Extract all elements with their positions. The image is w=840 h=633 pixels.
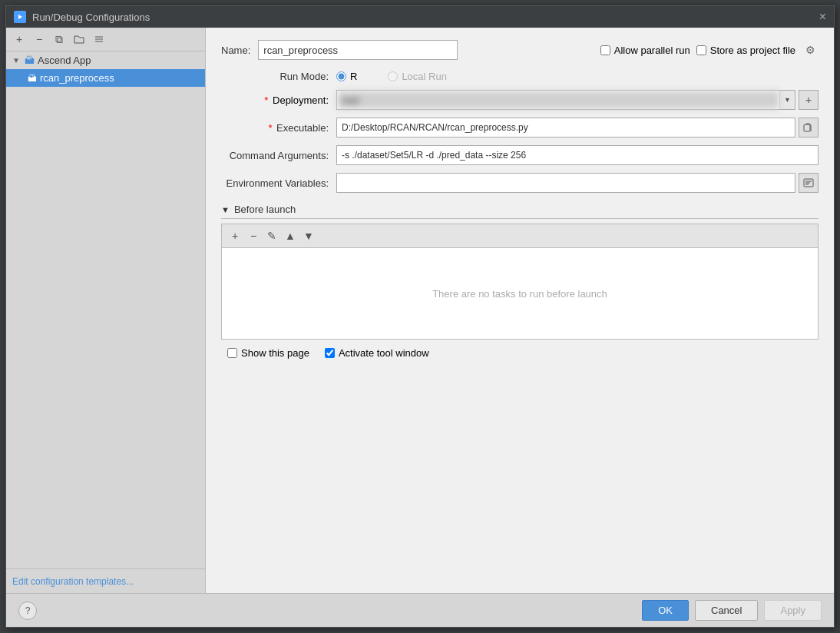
executable-label: * Executable: — [221, 122, 336, 134]
title-bar: Run/Debug Configurations × — [6, 6, 834, 28]
executable-row: * Executable: — [221, 118, 819, 138]
before-launch-toolbar: + − ✎ ▲ ▼ — [221, 224, 819, 247]
tree-area: ▼ 🏔 Ascend App 🏔 rcan_preprocess — [6, 51, 205, 568]
deployment-input[interactable] — [337, 91, 779, 109]
executable-browse-button[interactable] — [799, 118, 819, 138]
footer-right: OK Cancel Apply — [642, 600, 822, 621]
folder-config-button[interactable] — [71, 31, 88, 48]
env-vars-input-area — [336, 173, 819, 193]
run-debug-configurations-dialog: Run/Debug Configurations × + − ⧉ — [5, 5, 835, 628]
command-args-row: Command Arguments: — [221, 145, 819, 165]
allow-parallel-run-label: Allow parallel run — [614, 45, 690, 56]
deployment-required-star: * — [264, 94, 268, 106]
executable-input-area — [336, 118, 819, 138]
gear-button[interactable]: ⚙ — [802, 41, 819, 58]
before-launch-area: There are no tasks to run before launch — [221, 247, 819, 340]
remove-config-button[interactable]: − — [31, 31, 48, 48]
no-tasks-text: There are no tasks to run before launch — [432, 288, 607, 300]
tree-item-label: rcan_preprocess — [40, 72, 199, 84]
footer-left: ? — [18, 602, 37, 620]
env-vars-browse-button[interactable] — [799, 173, 819, 193]
allow-parallel-run-input[interactable] — [600, 45, 610, 55]
executable-input[interactable] — [336, 118, 795, 138]
deployment-input-area: ▼ + — [336, 90, 819, 110]
help-button[interactable]: ? — [18, 602, 37, 620]
command-args-input-area — [336, 145, 819, 165]
executable-label-text: Executable: — [276, 122, 329, 134]
before-launch-arrow[interactable]: ▼ — [221, 205, 230, 214]
tree-group-ascend-app[interactable]: ▼ 🏔 Ascend App — [6, 51, 205, 69]
bottom-checkboxes: Show this page Activate tool window — [221, 347, 819, 359]
env-vars-input[interactable] — [336, 173, 795, 193]
run-mode-r-option[interactable]: R — [336, 71, 357, 82]
activate-tool-window-checkbox[interactable]: Activate tool window — [325, 347, 429, 359]
name-row-left: Name: — [221, 40, 398, 60]
run-mode-label: Run Mode: — [221, 71, 336, 82]
tree-group-label: Ascend App — [38, 55, 199, 66]
deployment-dropdown-button[interactable]: ▼ — [779, 91, 795, 109]
sidebar-bottom: Edit configuration templates... — [6, 568, 205, 593]
run-mode-local-run-option[interactable]: Local Run — [388, 71, 447, 82]
before-launch-down-button[interactable]: ▼ — [300, 227, 317, 244]
add-config-button[interactable]: + — [11, 31, 28, 48]
rcan-preprocess-icon: 🏔 — [28, 73, 37, 84]
allow-parallel-run-checkbox[interactable]: Allow parallel run — [600, 45, 690, 56]
cancel-button[interactable]: Cancel — [695, 600, 758, 621]
before-launch-title: Before launch — [234, 204, 296, 215]
main-panel: Name: Allow parallel run Store as projec… — [206, 28, 834, 593]
env-vars-label: Environment Variables: — [221, 177, 336, 189]
store-as-project-file-checkbox[interactable]: Store as project file — [696, 45, 795, 56]
sort-config-button[interactable] — [91, 31, 107, 48]
dialog-footer: ? OK Cancel Apply — [6, 593, 834, 627]
run-mode-radio-group: R Local Run — [336, 71, 819, 82]
name-label: Name: — [221, 45, 250, 56]
before-launch-edit-button[interactable]: ✎ — [263, 227, 280, 244]
before-launch-remove-button[interactable]: − — [245, 227, 262, 244]
deployment-label-text: Deployment: — [273, 94, 329, 106]
activate-tool-window-input[interactable] — [325, 348, 335, 358]
deployment-label: * Deployment: — [221, 94, 336, 106]
executable-required-star: * — [268, 122, 272, 134]
run-mode-r-label: R — [350, 71, 357, 82]
deployment-add-button[interactable]: + — [799, 90, 819, 110]
close-button[interactable]: × — [819, 11, 826, 23]
tree-item-rcan-preprocess[interactable]: 🏔 rcan_preprocess — [6, 69, 205, 87]
before-launch-up-button[interactable]: ▲ — [282, 227, 299, 244]
run-mode-local-run-radio[interactable] — [388, 71, 398, 81]
edit-templates-link[interactable]: Edit configuration templates... — [12, 576, 134, 587]
command-args-input[interactable] — [336, 145, 819, 165]
svg-rect-5 — [804, 124, 810, 131]
ok-button[interactable]: OK — [642, 600, 689, 621]
dialog-title: Run/Debug Configurations — [32, 12, 150, 23]
before-launch-add-button[interactable]: + — [227, 227, 243, 244]
sidebar: + − ⧉ ▼ � — [6, 28, 206, 593]
activate-tool-window-label: Activate tool window — [339, 347, 429, 359]
env-vars-row: Environment Variables: — [221, 173, 819, 193]
store-as-project-file-input[interactable] — [696, 45, 706, 55]
show-page-checkbox[interactable]: Show this page — [227, 347, 309, 359]
show-page-label: Show this page — [241, 347, 309, 359]
deployment-row: * Deployment: ▼ + — [221, 90, 819, 110]
name-row: Name: Allow parallel run Store as projec… — [221, 40, 819, 60]
show-page-input[interactable] — [227, 348, 237, 358]
run-mode-row: Run Mode: R Local Run — [221, 71, 819, 82]
tree-group-arrow: ▼ — [12, 56, 21, 65]
before-launch-section: ▼ Before launch — [221, 204, 819, 219]
copy-config-button[interactable]: ⧉ — [51, 31, 68, 48]
name-row-right: Allow parallel run Store as project file… — [600, 41, 819, 58]
title-bar-left: Run/Debug Configurations — [14, 11, 150, 23]
deployment-combo: ▼ — [336, 90, 795, 110]
store-as-project-file-label: Store as project file — [710, 45, 795, 56]
apply-button[interactable]: Apply — [764, 600, 822, 621]
ascend-app-icon: 🏔 — [25, 55, 35, 66]
run-mode-local-run-label: Local Run — [402, 71, 447, 82]
name-input[interactable] — [258, 40, 458, 60]
command-args-label: Command Arguments: — [221, 150, 336, 161]
run-mode-r-radio[interactable] — [336, 71, 346, 81]
sidebar-toolbar: + − ⧉ — [6, 28, 205, 51]
dialog-body: + − ⧉ ▼ � — [6, 28, 834, 593]
dialog-icon — [14, 11, 26, 23]
